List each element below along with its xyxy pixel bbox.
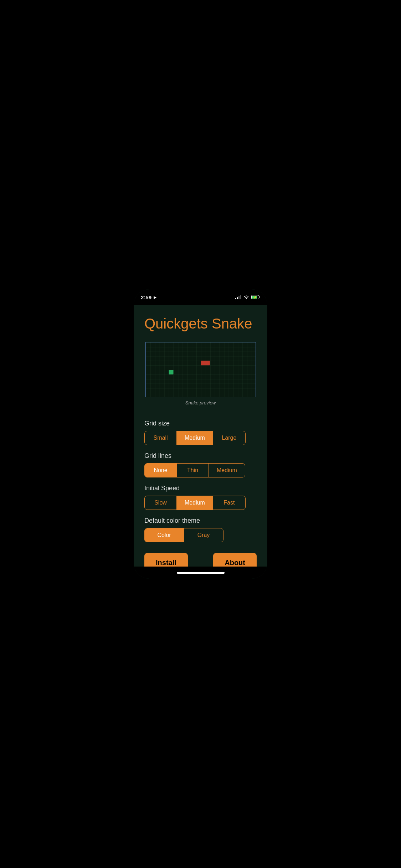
svg-rect-2 [169, 370, 173, 374]
snake-grid-svg [146, 342, 256, 397]
theme-color[interactable]: Color [145, 528, 184, 542]
signal-bars [235, 295, 241, 299]
speed-medium[interactable]: Medium [177, 496, 213, 510]
speed-fast[interactable]: Fast [213, 496, 245, 510]
phone-frame: 2:59 ▶ ⚡ [134, 289, 267, 579]
grid-lines-none[interactable]: None [145, 464, 177, 477]
color-theme-label: Default color theme [144, 517, 257, 525]
grid-lines-thin[interactable]: Thin [177, 464, 209, 477]
battery-icon: ⚡ [251, 295, 260, 299]
install-button[interactable]: Install [144, 553, 188, 567]
snake-preview-label: Snake preview [185, 400, 216, 405]
color-theme-section: Default color theme Color Gray [144, 517, 257, 542]
about-button[interactable]: About [213, 553, 257, 567]
color-theme-control[interactable]: Color Gray [144, 528, 223, 542]
svg-rect-1 [201, 361, 210, 365]
grid-lines-medium[interactable]: Medium [209, 464, 245, 477]
grid-size-large[interactable]: Large [213, 431, 245, 445]
home-bar [177, 572, 225, 574]
signal-bar-3 [238, 296, 240, 299]
initial-speed-control[interactable]: Slow Medium Fast [144, 496, 246, 510]
snake-canvas [145, 342, 256, 397]
grid-lines-section: Grid lines None Thin Medium [144, 452, 257, 477]
home-indicator [134, 567, 267, 579]
app-title: Quickgets Snake [144, 316, 257, 331]
main-content[interactable]: Quickgets Snake Snake [134, 305, 267, 567]
bottom-buttons: Install About [144, 553, 257, 567]
location-icon: ▶ [154, 295, 156, 299]
signal-bar-2 [237, 297, 238, 299]
grid-size-section: Grid size Small Medium Large [144, 420, 257, 445]
wifi-icon [243, 295, 249, 300]
snake-preview-container: Snake preview [144, 342, 257, 405]
status-bar: 2:59 ▶ ⚡ [134, 289, 267, 305]
grid-lines-control[interactable]: None Thin Medium [144, 463, 245, 477]
initial-speed-label: Initial Speed [144, 485, 257, 492]
svg-rect-0 [146, 342, 256, 397]
signal-bar-1 [235, 298, 236, 299]
theme-gray[interactable]: Gray [184, 528, 223, 542]
initial-speed-section: Initial Speed Slow Medium Fast [144, 485, 257, 510]
status-icons: ⚡ [235, 295, 260, 300]
signal-bar-4 [240, 295, 241, 299]
grid-size-medium[interactable]: Medium [177, 431, 213, 445]
grid-size-label: Grid size [144, 420, 257, 427]
grid-size-small[interactable]: Small [145, 431, 177, 445]
status-time: 2:59 ▶ [141, 294, 156, 300]
speed-slow[interactable]: Slow [145, 496, 177, 510]
grid-lines-label: Grid lines [144, 452, 257, 460]
grid-size-control[interactable]: Small Medium Large [144, 431, 246, 445]
